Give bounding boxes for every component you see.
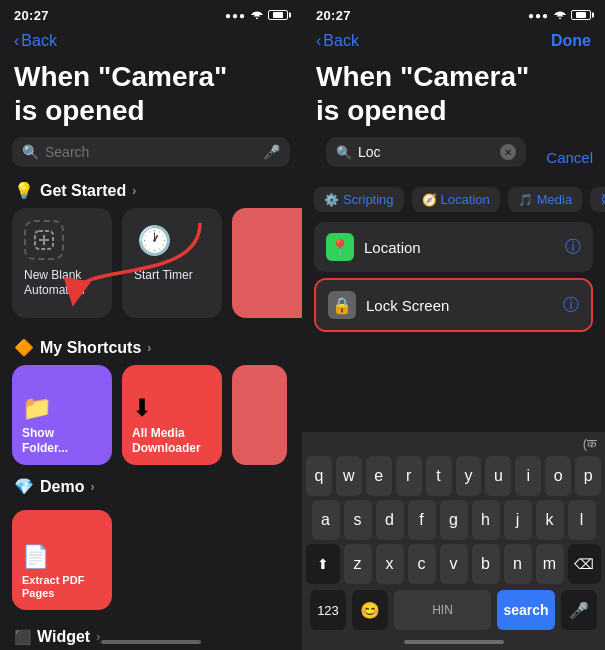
key-o[interactable]: o xyxy=(545,456,571,496)
status-time-left: 20:27 xyxy=(14,8,49,23)
search-icon-left: 🔍 xyxy=(22,144,39,160)
extract-pdf-label: Extract PDF Pages xyxy=(22,574,102,600)
search-icon-right: 🔍 xyxy=(336,145,352,160)
back-button-right[interactable]: ‹ Back xyxy=(316,32,359,50)
status-bar-right: 20:27 ●●● xyxy=(302,0,605,28)
key-f[interactable]: f xyxy=(408,500,436,540)
search-key[interactable]: search xyxy=(497,590,555,630)
status-icons-left: ●●● xyxy=(225,9,288,21)
back-label-right: Back xyxy=(323,32,359,50)
mic-key[interactable]: 🎤 xyxy=(561,590,597,630)
key-d[interactable]: d xyxy=(376,500,404,540)
show-folder-card[interactable]: 📁 Show Folder... xyxy=(12,365,112,465)
result-list: 📍 Location ⓘ 🔒 Lock Screen ⓘ xyxy=(314,222,593,332)
key-w[interactable]: w xyxy=(336,456,362,496)
key-m[interactable]: m xyxy=(536,544,564,584)
demo-section-header[interactable]: 💎 Demo › xyxy=(0,477,302,504)
key-j[interactable]: j xyxy=(504,500,532,540)
back-label-left: Back xyxy=(21,32,57,50)
battery-icon-left xyxy=(268,10,288,20)
key-u[interactable]: u xyxy=(485,456,511,496)
get-started-section[interactable]: 💡 Get Started › xyxy=(0,177,302,208)
lock-screen-result-highlighted: 🔒 Lock Screen ⓘ xyxy=(314,278,593,332)
key-c[interactable]: c xyxy=(408,544,436,584)
demo-chevron: › xyxy=(90,480,94,494)
more-tab[interactable]: ⛓ xyxy=(590,187,605,212)
lightbulb-icon: 💡 xyxy=(14,181,34,200)
key-e[interactable]: e xyxy=(366,456,392,496)
key-k[interactable]: k xyxy=(536,500,564,540)
demo-cards-row: 📄 Extract PDF Pages xyxy=(0,510,302,610)
all-media-label: All Media Downloader xyxy=(132,426,212,455)
media-tab[interactable]: 🎵 Media xyxy=(508,187,582,212)
pdf-icon: 📄 xyxy=(22,544,102,570)
clear-search-button[interactable]: ✕ xyxy=(500,144,516,160)
new-blank-label: New Blank Automation xyxy=(24,268,100,297)
delete-key[interactable]: ⌫ xyxy=(568,544,602,584)
shift-key[interactable]: ⬆ xyxy=(306,544,340,584)
key-x[interactable]: x xyxy=(376,544,404,584)
key-p[interactable]: p xyxy=(575,456,601,496)
shortcut-cards-row: 📁 Show Folder... ⬇ All Media Downloader xyxy=(0,365,302,477)
back-button-left[interactable]: ‹ Back xyxy=(14,32,57,50)
location-result-item[interactable]: 📍 Location ⓘ xyxy=(314,222,593,272)
key-y[interactable]: y xyxy=(456,456,482,496)
more-tab-icon: ⛓ xyxy=(600,192,605,207)
status-bar-left: 20:27 ●●● xyxy=(0,0,302,28)
location-result-icon: 📍 xyxy=(326,233,354,261)
emoji-key[interactable]: 😊 xyxy=(352,590,388,630)
key-v[interactable]: v xyxy=(440,544,468,584)
key-h[interactable]: h xyxy=(472,500,500,540)
key-r[interactable]: r xyxy=(396,456,422,496)
key-q[interactable]: q xyxy=(306,456,332,496)
scripting-tab[interactable]: ⚙️ Scripting xyxy=(314,187,404,212)
numbers-key[interactable]: 123 xyxy=(310,590,346,630)
key-b[interactable]: b xyxy=(472,544,500,584)
key-a[interactable]: a xyxy=(312,500,340,540)
partial-card xyxy=(232,208,302,318)
status-icons-right: ●●● xyxy=(528,9,591,21)
search-input-left[interactable] xyxy=(45,144,257,160)
nav-bar-left: ‹ Back xyxy=(0,28,302,56)
all-media-downloader-card[interactable]: ⬇ All Media Downloader xyxy=(122,365,222,465)
lock-screen-result-item[interactable]: 🔒 Lock Screen ⓘ xyxy=(316,280,591,330)
key-t[interactable]: t xyxy=(426,456,452,496)
left-screen: 20:27 ●●● ‹ Back When "Camera"is opened … xyxy=(0,0,302,650)
widget-section[interactable]: ⬛ Widget › xyxy=(0,624,302,650)
key-i[interactable]: i xyxy=(515,456,541,496)
wifi-icon-right xyxy=(553,9,567,21)
key-n[interactable]: n xyxy=(504,544,532,584)
location-info-icon[interactable]: ⓘ xyxy=(565,237,581,258)
done-button-right[interactable]: Done xyxy=(551,32,591,50)
key-g[interactable]: g xyxy=(440,500,468,540)
mic-icon-left: 🎤 xyxy=(263,144,280,160)
search-cancel-row: 🔍 Loc ✕ Cancel xyxy=(302,137,605,187)
location-tab[interactable]: 🧭 Location xyxy=(412,187,500,212)
search-bar-right[interactable]: 🔍 Loc ✕ xyxy=(326,137,526,167)
signal-icon-left: ●●● xyxy=(225,10,246,21)
my-shortcuts-section[interactable]: 🔶 My Shortcuts › xyxy=(0,330,302,365)
new-blank-icon xyxy=(24,220,64,260)
key-s[interactable]: s xyxy=(344,500,372,540)
lock-screen-info-icon[interactable]: ⓘ xyxy=(563,295,579,316)
right-screen: 20:27 ●●● ‹ Back Done When "Camera"is op… xyxy=(302,0,605,650)
space-key[interactable]: HIN xyxy=(394,590,491,630)
key-l[interactable]: l xyxy=(568,500,596,540)
location-tab-icon: 🧭 xyxy=(422,193,437,207)
new-blank-automation-card[interactable]: New Blank Automation xyxy=(12,208,112,318)
category-tabs: ⚙️ Scripting 🧭 Location 🎵 Media ⛓ xyxy=(302,187,605,222)
widget-label: Widget xyxy=(37,628,90,646)
get-started-chevron: › xyxy=(132,184,136,198)
search-value-right: Loc xyxy=(358,144,494,160)
cancel-button-right[interactable]: Cancel xyxy=(546,149,593,166)
status-time-right: 20:27 xyxy=(316,8,351,23)
key-z[interactable]: z xyxy=(344,544,372,584)
back-chevron-left: ‹ xyxy=(14,32,19,50)
extract-pdf-card[interactable]: 📄 Extract PDF Pages xyxy=(12,510,112,610)
signal-icon-right: ●●● xyxy=(528,10,549,21)
cards-row: New Blank Automation 🕐 Start Timer xyxy=(0,208,302,330)
start-timer-label: Start Timer xyxy=(134,268,193,282)
location-result-label: Location xyxy=(364,239,555,256)
search-bar-left[interactable]: 🔍 🎤 xyxy=(12,137,290,167)
start-timer-card[interactable]: 🕐 Start Timer xyxy=(122,208,222,318)
